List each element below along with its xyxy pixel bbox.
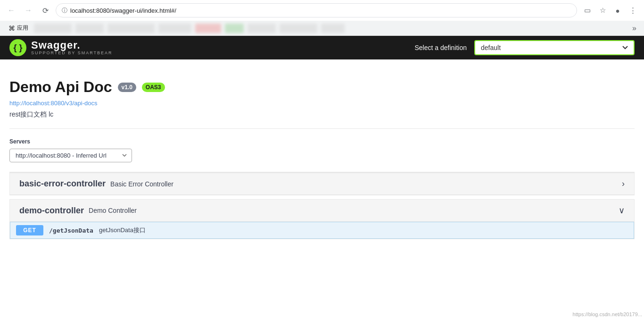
reload-button[interactable]: ⟳ (39, 4, 52, 17)
api-title-row: Demo Api Doc v1.0 OAS3 (9, 78, 635, 96)
bookmark-apps[interactable]: ⌘ 应用 (5, 23, 32, 34)
apps-label: 应用 (17, 24, 28, 32)
url-text: localhost:8080/swagger-ui/index.html#/ (70, 7, 571, 14)
menu-button[interactable]: ⋮ (626, 4, 639, 17)
swagger-icon: { } (9, 39, 26, 56)
servers-label: Servers (9, 138, 635, 145)
endpoint-row-getjsondata[interactable]: GET /getJsonData getJsonData接口 (10, 222, 634, 239)
browser-chrome: ← → ⟳ ⓘ localhost:8080/swagger-ui/index.… (0, 0, 644, 36)
page-wrapper: { } Swagger. Supported by SMARTBEAR Sele… (0, 36, 644, 319)
controllers-section: basic-error-controller Basic Error Contr… (9, 173, 635, 239)
badge-oas3: OAS3 (142, 83, 165, 92)
bookmark-button[interactable]: ☆ (596, 4, 609, 17)
api-description: rest接口文档 lc (9, 110, 635, 119)
controller-item-basic-error: basic-error-controller Basic Error Contr… (9, 173, 635, 195)
profile-button[interactable]: ● (611, 4, 624, 17)
server-select[interactable]: http://localhost:8080 - Inferred Url (9, 149, 132, 162)
swagger-brand: Swagger. Supported by SMARTBEAR (31, 40, 113, 55)
swagger-name: Swagger. (31, 40, 113, 50)
method-badge-get: GET (16, 225, 43, 235)
bookmark-blur-9 (321, 24, 345, 33)
browser-toolbar: ← → ⟳ ⓘ localhost:8080/swagger-ui/index.… (0, 0, 644, 21)
bookmark-blur-2 (75, 24, 104, 33)
swagger-header: { } Swagger. Supported by SMARTBEAR Sele… (0, 36, 644, 59)
bookmark-blur-8 (280, 24, 317, 33)
bookmark-blur-6 (225, 24, 244, 33)
api-docs-link[interactable]: http://localhost:8080/v3/api-docs (9, 100, 635, 107)
controller-item-demo: demo-controller Demo Controller ∨ GET /g… (9, 199, 635, 239)
controller-name-basic-error: basic-error-controller (19, 179, 106, 189)
api-info: Demo Api Doc v1.0 OAS3 http://localhost:… (9, 69, 635, 129)
bookmark-blur-7 (248, 24, 276, 33)
browser-actions: ▭ ☆ ● ⋮ (581, 4, 639, 17)
bookmark-blur-4 (158, 24, 191, 33)
controller-name-demo: demo-controller (19, 206, 84, 216)
bookmarks-bar: ⌘ 应用 » (0, 21, 644, 36)
controller-header-demo[interactable]: demo-controller Demo Controller ∨ (10, 200, 634, 222)
back-button[interactable]: ← (5, 4, 18, 17)
apps-icon: ⌘ (8, 25, 15, 32)
bookmark-blur-3 (107, 24, 155, 33)
controller-header-basic-error[interactable]: basic-error-controller Basic Error Contr… (10, 173, 634, 195)
bookmark-blur-1 (34, 24, 72, 33)
controller-chevron-basic-error: › (622, 179, 625, 189)
controller-chevron-demo: ∨ (619, 205, 625, 216)
controller-desc-demo: Demo Controller (89, 207, 137, 214)
api-title: Demo Api Doc (9, 78, 112, 96)
address-bar[interactable]: ⓘ localhost:8080/swagger-ui/index.html#/ (56, 3, 577, 17)
cast-button[interactable]: ▭ (581, 4, 594, 17)
endpoint-summary: getJsonData接口 (99, 226, 146, 235)
controller-desc-basic-error: Basic Error Controller (110, 180, 173, 188)
swagger-sub: Supported by SMARTBEAR (31, 50, 113, 55)
main-content: Demo Api Doc v1.0 OAS3 http://localhost:… (0, 59, 644, 239)
swagger-header-right: Select a definition default (414, 40, 635, 55)
definition-select[interactable]: default (474, 40, 635, 55)
endpoint-path: /getJsonData (49, 227, 93, 234)
select-definition-label: Select a definition (414, 44, 467, 51)
forward-button[interactable]: → (22, 4, 35, 17)
servers-section: Servers http://localhost:8080 - Inferred… (9, 129, 635, 173)
bookmark-blur-5 (195, 24, 221, 33)
badge-v1: v1.0 (118, 83, 136, 92)
bookmarks-overflow-button[interactable]: » (629, 23, 639, 34)
lock-icon: ⓘ (62, 7, 67, 15)
swagger-logo: { } Swagger. Supported by SMARTBEAR (9, 39, 113, 56)
